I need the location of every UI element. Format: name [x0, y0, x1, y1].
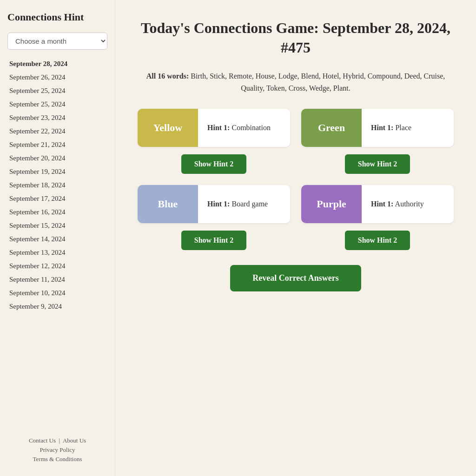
- yellow-hint1-value: Combination: [231, 124, 271, 132]
- purple-hint1-value: Authority: [395, 200, 424, 208]
- sidebar-date-item[interactable]: September 19, 2024: [7, 165, 107, 178]
- green-card: Green Hint 1: Place: [301, 109, 454, 147]
- words-list: Birth, Stick, Remote, House, Lodge, Blen…: [191, 72, 445, 92]
- purple-hint1: Hint 1: Authority: [371, 200, 424, 208]
- blue-hint1-label: Hint 1:: [207, 200, 230, 208]
- blue-hint1-value: Board game: [231, 200, 268, 208]
- privacy-link[interactable]: Privacy Policy: [40, 446, 75, 453]
- yellow-column: Yellow Hint 1: Combination Show Hint 2: [138, 109, 290, 174]
- sidebar-date-item[interactable]: September 21, 2024: [7, 138, 107, 152]
- sidebar-date-item[interactable]: September 9, 2024: [7, 300, 107, 313]
- green-hint1: Hint 1: Place: [371, 124, 411, 132]
- blue-hint-text: Hint 1: Board game: [198, 185, 290, 223]
- sidebar: Connections Hint Choose a month Septembe…: [0, 0, 115, 476]
- purple-hint-text: Hint 1: Authority: [362, 185, 454, 223]
- sidebar-date-item[interactable]: September 28, 2024: [7, 57, 107, 71]
- words-label: All 16 words:: [146, 72, 189, 80]
- yellow-color-block: Yellow: [138, 109, 198, 147]
- green-column: Green Hint 1: Place Show Hint 2: [301, 109, 454, 174]
- sidebar-date-item[interactable]: September 26, 2024: [7, 71, 107, 84]
- page-title: Today's Connections Game: September 28, …: [138, 19, 454, 57]
- purple-label: Purple: [317, 198, 346, 210]
- purple-show-hint2-button[interactable]: Show Hint 2: [345, 231, 410, 250]
- sidebar-date-item[interactable]: September 11, 2024: [7, 273, 107, 286]
- yellow-label: Yellow: [153, 122, 182, 134]
- yellow-hint1-label: Hint 1:: [207, 124, 230, 132]
- sidebar-date-item[interactable]: September 10, 2024: [7, 286, 107, 300]
- blue-color-block: Blue: [138, 185, 198, 223]
- sidebar-footer: Contact Us | About Us Privacy Policy Ter…: [7, 426, 107, 465]
- sidebar-date-item[interactable]: September 14, 2024: [7, 232, 107, 246]
- yellow-show-hint2-button[interactable]: Show Hint 2: [181, 154, 246, 174]
- sidebar-date-item[interactable]: September 13, 2024: [7, 246, 107, 259]
- green-hint1-label: Hint 1:: [371, 124, 393, 132]
- about-link[interactable]: About Us: [63, 437, 86, 444]
- purple-card: Purple Hint 1: Authority: [301, 185, 454, 223]
- terms-link[interactable]: Terms & Conditions: [33, 456, 82, 463]
- date-list: September 28, 2024September 26, 2024Sept…: [7, 57, 107, 313]
- blue-card: Blue Hint 1: Board game: [138, 185, 290, 223]
- green-show-hint2-button[interactable]: Show Hint 2: [345, 154, 410, 174]
- hints-grid: Yellow Hint 1: Combination Show Hint 2 G…: [138, 109, 454, 250]
- contact-link[interactable]: Contact Us: [29, 437, 56, 444]
- blue-show-hint2-button[interactable]: Show Hint 2: [181, 231, 246, 250]
- blue-column: Blue Hint 1: Board game Show Hint 2: [138, 185, 290, 250]
- blue-hint1: Hint 1: Board game: [207, 200, 268, 208]
- main-content: Today's Connections Game: September 28, …: [115, 0, 476, 476]
- sidebar-date-item[interactable]: September 18, 2024: [7, 178, 107, 192]
- sidebar-date-item[interactable]: September 22, 2024: [7, 125, 107, 138]
- sidebar-date-item[interactable]: September 17, 2024: [7, 192, 107, 205]
- sidebar-title: Connections Hint: [7, 11, 107, 23]
- yellow-hint1: Hint 1: Combination: [207, 124, 271, 132]
- sidebar-date-item[interactable]: September 25, 2024: [7, 84, 107, 98]
- sidebar-date-item[interactable]: September 20, 2024: [7, 152, 107, 165]
- purple-color-block: Purple: [301, 185, 362, 223]
- purple-column: Purple Hint 1: Authority Show Hint 2: [301, 185, 454, 250]
- reveal-section: Reveal Correct Answers: [138, 265, 454, 291]
- sidebar-date-item[interactable]: September 23, 2024: [7, 111, 107, 125]
- sidebar-date-item[interactable]: September 16, 2024: [7, 205, 107, 219]
- yellow-hint-text: Hint 1: Combination: [198, 109, 290, 147]
- green-color-block: Green: [301, 109, 362, 147]
- green-hint1-value: Place: [395, 124, 411, 132]
- sidebar-date-item[interactable]: September 12, 2024: [7, 259, 107, 273]
- yellow-card: Yellow Hint 1: Combination: [138, 109, 290, 147]
- reveal-answers-button[interactable]: Reveal Correct Answers: [230, 265, 361, 291]
- purple-hint1-label: Hint 1:: [371, 200, 393, 208]
- green-label: Green: [318, 122, 345, 134]
- sidebar-date-item[interactable]: September 25, 2024: [7, 98, 107, 111]
- sidebar-date-item[interactable]: September 15, 2024: [7, 219, 107, 232]
- blue-label: Blue: [158, 198, 178, 210]
- words-section: All 16 words: Birth, Stick, Remote, Hous…: [138, 70, 454, 94]
- month-select[interactable]: Choose a month September 2024 August 202…: [7, 33, 107, 50]
- green-hint-text: Hint 1: Place: [362, 109, 454, 147]
